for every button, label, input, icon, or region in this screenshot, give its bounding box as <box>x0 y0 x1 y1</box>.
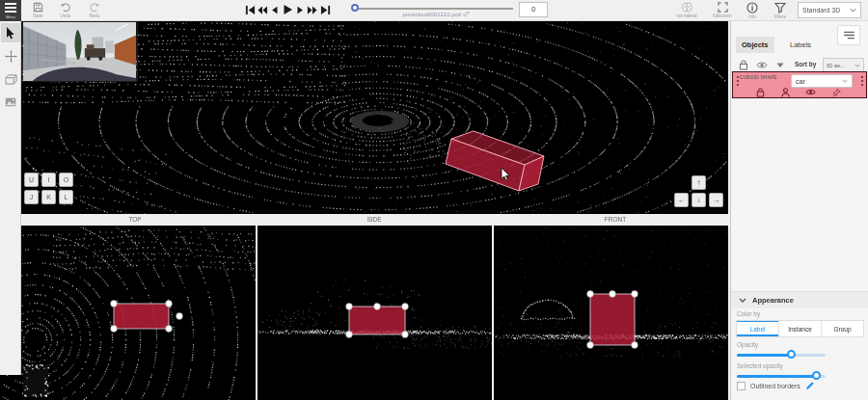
cuboid-annotation-front[interactable] <box>494 226 728 400</box>
appearance-header[interactable]: Appearance <box>731 292 868 308</box>
view-label-strip: TOP SIDE FRONT <box>21 214 728 226</box>
nav-left-button[interactable]: ← <box>674 193 689 207</box>
main-3d-view[interactable]: U I O J K L ↑ ← ↓ → <box>21 21 728 214</box>
link-icon[interactable] <box>463 11 470 17</box>
prev-frame-button[interactable] <box>269 3 281 16</box>
color-mode-group-button[interactable]: Group <box>822 321 863 336</box>
timeline-slider-track[interactable] <box>359 8 513 10</box>
fullscreen-button[interactable]: fullscreen <box>707 2 738 20</box>
opacity-label: Opacity <box>737 341 758 348</box>
menu-label: Menu <box>6 14 15 19</box>
expand-chevron-icon[interactable] <box>776 63 784 68</box>
edit-pencil-icon[interactable] <box>805 381 815 390</box>
move-icon <box>5 50 17 63</box>
selected-opacity-label: Selected opacity <box>737 362 783 369</box>
hotkey-j[interactable]: J <box>24 190 39 204</box>
top-toolbar: Menu Save Undo Redo <box>0 0 868 21</box>
visibility-all-icon[interactable] <box>756 61 768 69</box>
tab-labels[interactable]: Labels <box>784 37 817 53</box>
image-icon <box>5 97 16 107</box>
side-view-label: SIDE <box>366 216 381 223</box>
selected-opacity-slider-handle[interactable] <box>812 371 821 380</box>
nav-down-button[interactable]: ↓ <box>692 193 706 207</box>
hotkey-k[interactable]: K <box>41 190 56 204</box>
fast-rewind-button[interactable] <box>257 3 268 16</box>
undo-icon <box>60 2 71 13</box>
color-by-label: Color by <box>737 310 760 317</box>
nav-up-button[interactable]: ↑ <box>692 175 706 190</box>
color-mode-instance-button[interactable]: Instance <box>779 321 822 336</box>
hotkey-u[interactable]: U <box>24 173 39 187</box>
truck <box>85 48 105 58</box>
cursor-icon <box>6 27 16 40</box>
object-row-car[interactable]: CUBOID SHAPE car <box>732 71 867 98</box>
sort-select[interactable]: ID as... <box>823 58 864 72</box>
hotkey-o[interactable]: O <box>59 173 73 187</box>
next-frame-button[interactable] <box>294 3 306 16</box>
cuboid-tool-button[interactable] <box>1 69 20 89</box>
info-button[interactable]: Info <box>740 2 765 20</box>
outlined-borders-label: Outlined borders <box>750 383 800 389</box>
person-icon[interactable] <box>781 88 790 97</box>
select-tool-button[interactable] <box>1 23 20 42</box>
objects-panel: Objects Labels Sort by ID as... CUBOID S… <box>730 21 868 400</box>
hotkey-l[interactable]: L <box>59 190 73 204</box>
panel-layout-button[interactable] <box>837 25 860 45</box>
chevron-down-icon <box>854 64 860 67</box>
rotate-handle <box>176 313 183 320</box>
rotate-handle <box>610 291 616 298</box>
visibility-icon[interactable] <box>805 88 816 96</box>
drag-handle-icon[interactable] <box>736 76 739 86</box>
object-shape-label: CUBOID SHAPE <box>740 75 777 80</box>
pin-icon[interactable] <box>832 88 841 97</box>
fast-forward-button[interactable] <box>307 3 318 16</box>
play-button[interactable] <box>282 3 293 16</box>
chevron-down-icon <box>850 8 856 13</box>
save-icon <box>33 2 43 13</box>
side-ortho-view[interactable] <box>258 226 492 400</box>
filters-button[interactable]: Filters <box>767 2 794 20</box>
object-action-icons <box>733 88 864 97</box>
front-ortho-view[interactable] <box>494 226 728 400</box>
move-tool-button[interactable] <box>1 46 20 66</box>
cuboid-annotation-top[interactable] <box>0 226 256 400</box>
list-icon <box>844 31 854 40</box>
top-view-label: TOP <box>128 216 141 223</box>
object-class-select[interactable]: car <box>791 74 853 88</box>
save-button[interactable]: Save <box>33 2 43 18</box>
front-view-label: FRONT <box>605 216 626 223</box>
hotkey-i[interactable]: I <box>41 173 56 187</box>
opacity-slider-handle[interactable] <box>787 350 796 359</box>
opacity-slider[interactable] <box>737 350 826 360</box>
color-by-segmented-control: Label Instance Group <box>736 320 864 337</box>
selected-opacity-slider[interactable] <box>737 371 826 381</box>
hotkey-row-2: J K L <box>24 190 73 204</box>
menu-button[interactable]: Menu <box>0 0 21 21</box>
image-tool-button[interactable] <box>1 93 20 112</box>
playback-controls <box>244 3 331 16</box>
cuboid-annotation-side[interactable] <box>258 226 492 400</box>
not-trained-indicator: not trained <box>669 2 704 20</box>
undo-button[interactable]: Undo <box>60 2 71 18</box>
nav-right-button[interactable]: → <box>709 193 723 207</box>
camera-image-thumbnail[interactable] <box>21 21 138 82</box>
skip-end-button[interactable] <box>319 3 331 16</box>
outlined-borders-row: Outlined borders <box>737 381 815 390</box>
outlined-borders-checkbox[interactable] <box>737 382 746 390</box>
lock-icon[interactable] <box>756 88 765 97</box>
mode-select[interactable]: Standard 3D <box>798 2 861 18</box>
fullscreen-icon <box>718 2 728 13</box>
timeline-slider-handle[interactable] <box>351 4 359 12</box>
tab-objects[interactable]: Objects <box>736 37 774 53</box>
color-mode-label-button[interactable]: Label <box>737 321 779 336</box>
object-menu-icon[interactable] <box>860 76 863 86</box>
top-ortho-view[interactable] <box>0 226 256 400</box>
redo-button[interactable]: Redo <box>89 2 100 18</box>
info-icon <box>746 2 758 13</box>
rotate-handle <box>374 304 381 310</box>
skip-start-button[interactable] <box>244 3 256 16</box>
frame-number-input[interactable]: 0 <box>519 2 548 17</box>
mouse-cursor <box>501 168 512 182</box>
lock-all-icon[interactable] <box>739 60 748 70</box>
hotkey-row-1: U I O <box>24 173 73 187</box>
